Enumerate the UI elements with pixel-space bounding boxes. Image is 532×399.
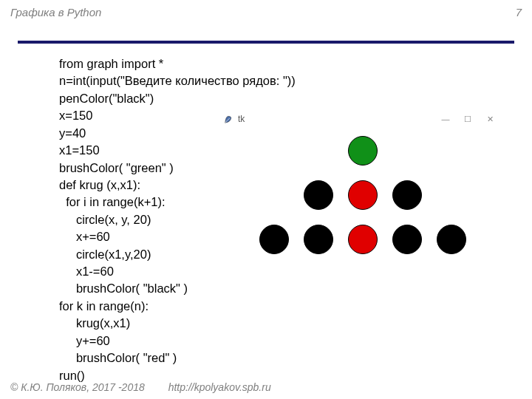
circle bbox=[304, 180, 333, 210]
copyright-text: © К.Ю. Поляков, 2017 -2018 bbox=[10, 381, 145, 393]
footer-url: http://kpolyakov.spb.ru bbox=[168, 381, 271, 393]
footer: © К.Ю. Поляков, 2017 -2018 http://kpolya… bbox=[10, 381, 271, 393]
slide-title: Графика в Python bbox=[10, 6, 101, 18]
python-icon bbox=[223, 114, 233, 124]
minimize-button[interactable]: — bbox=[434, 115, 457, 123]
circle bbox=[348, 180, 378, 210]
maximize-button[interactable]: ☐ bbox=[457, 115, 479, 124]
divider bbox=[18, 41, 514, 44]
page-number: 7 bbox=[516, 6, 522, 18]
circle bbox=[392, 225, 422, 254]
circle bbox=[348, 136, 378, 166]
tk-titlebar: tk — ☐ ✕ bbox=[219, 109, 505, 129]
tk-window: tk — ☐ ✕ bbox=[219, 109, 505, 291]
tk-title-text: tk bbox=[238, 114, 245, 124]
circle bbox=[304, 225, 333, 254]
close-button[interactable]: ✕ bbox=[479, 115, 501, 124]
circle bbox=[392, 180, 422, 210]
circle bbox=[348, 225, 378, 254]
circle bbox=[259, 225, 289, 254]
tk-canvas bbox=[219, 129, 505, 291]
circle bbox=[437, 225, 466, 254]
